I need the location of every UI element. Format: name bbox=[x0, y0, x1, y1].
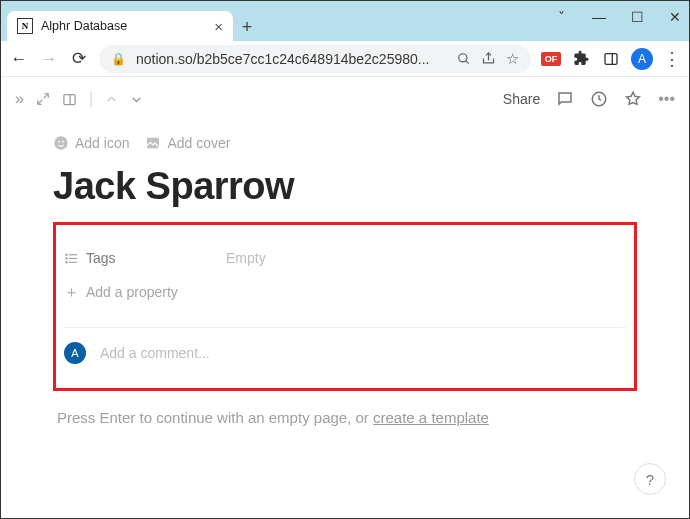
lock-icon: 🔒 bbox=[111, 52, 126, 66]
emoji-icon bbox=[53, 135, 69, 151]
extension-of-icon[interactable]: OF bbox=[541, 52, 561, 66]
comments-icon[interactable] bbox=[556, 90, 574, 108]
topbar-divider: | bbox=[89, 90, 93, 108]
add-property-label: Add a property bbox=[86, 284, 226, 300]
property-value[interactable]: Empty bbox=[226, 250, 266, 266]
search-address-icon[interactable] bbox=[457, 52, 471, 66]
add-icon-label: Add icon bbox=[75, 135, 129, 151]
user-avatar-small: A bbox=[64, 342, 86, 364]
svg-line-1 bbox=[466, 60, 469, 63]
plus-icon: ＋ bbox=[64, 283, 86, 302]
notion-topbar: » | Share ••• bbox=[1, 77, 689, 121]
svg-point-7 bbox=[54, 136, 67, 149]
add-cover-button[interactable]: Add cover bbox=[145, 135, 230, 151]
add-icon-button[interactable]: Add icon bbox=[53, 135, 129, 151]
updates-clock-icon[interactable] bbox=[590, 90, 608, 108]
bookmark-star-icon[interactable]: ☆ bbox=[506, 50, 519, 68]
browser-menu-icon[interactable]: ⋮ bbox=[663, 48, 681, 70]
close-window-icon[interactable]: ✕ bbox=[665, 9, 685, 25]
favorite-star-icon[interactable] bbox=[624, 90, 642, 108]
profile-avatar[interactable]: A bbox=[631, 48, 653, 70]
open-full-icon[interactable] bbox=[36, 92, 50, 106]
prev-page-icon[interactable] bbox=[105, 93, 118, 106]
peek-mode-icon[interactable] bbox=[62, 92, 77, 107]
add-cover-label: Add cover bbox=[167, 135, 230, 151]
page-title[interactable]: Jack Sparrow bbox=[53, 165, 637, 208]
svg-point-9 bbox=[62, 141, 64, 143]
comment-placeholder: Add a comment... bbox=[100, 345, 210, 361]
page-body: Add icon Add cover Jack Sparrow Tags Emp… bbox=[1, 127, 689, 426]
notion-favicon: N bbox=[17, 18, 33, 34]
svg-point-14 bbox=[66, 254, 67, 255]
chevron-down-icon[interactable]: ˅ bbox=[551, 9, 571, 25]
address-bar[interactable]: 🔒 notion.so/b2b5ce7cc1c24c648914be2c2598… bbox=[99, 45, 531, 73]
create-template-link[interactable]: create a template bbox=[373, 409, 489, 426]
browser-toolbar: ← → ⟳ 🔒 notion.so/b2b5ce7cc1c24c648914be… bbox=[1, 41, 689, 77]
tab-title: Alphr Database bbox=[41, 19, 206, 33]
browser-tabstrip: N Alphr Database × + ˅ ― ☐ ✕ bbox=[1, 11, 689, 41]
image-icon bbox=[145, 135, 161, 151]
property-row-tags[interactable]: Tags Empty bbox=[64, 241, 626, 275]
svg-rect-10 bbox=[147, 138, 159, 149]
minimize-icon[interactable]: ― bbox=[589, 9, 609, 25]
share-button[interactable]: Share bbox=[503, 91, 540, 107]
browser-tab[interactable]: N Alphr Database × bbox=[7, 11, 233, 41]
share-page-icon[interactable] bbox=[481, 51, 496, 66]
highlight-annotation: Tags Empty ＋ Add a property A Add a comm… bbox=[53, 222, 637, 391]
expand-sidebar-icon[interactable]: » bbox=[15, 90, 24, 108]
multiselect-icon bbox=[64, 251, 86, 266]
maximize-icon[interactable]: ☐ bbox=[627, 9, 647, 25]
new-tab-button[interactable]: + bbox=[233, 13, 261, 41]
window-controls: ˅ ― ☐ ✕ bbox=[551, 9, 685, 25]
svg-rect-2 bbox=[605, 53, 617, 64]
empty-page-hint: Press Enter to continue with an empty pa… bbox=[53, 409, 637, 426]
add-property-button[interactable]: ＋ Add a property bbox=[64, 275, 626, 309]
svg-point-0 bbox=[459, 53, 467, 61]
help-button[interactable]: ? bbox=[634, 463, 666, 495]
side-panel-icon[interactable] bbox=[601, 49, 621, 69]
reload-icon[interactable]: ⟳ bbox=[69, 48, 89, 69]
hint-text: Press Enter to continue with an empty pa… bbox=[57, 409, 373, 426]
back-icon[interactable]: ← bbox=[9, 49, 29, 69]
property-name: Tags bbox=[86, 250, 226, 266]
next-page-icon[interactable] bbox=[130, 93, 143, 106]
section-divider bbox=[64, 327, 626, 328]
url-text: notion.so/b2b5ce7cc1c24c648914be2c25980.… bbox=[136, 51, 447, 67]
svg-point-15 bbox=[66, 257, 67, 258]
comment-input-row[interactable]: A Add a comment... bbox=[64, 342, 626, 364]
page-menu-icon[interactable]: ••• bbox=[658, 90, 675, 108]
svg-point-8 bbox=[58, 141, 60, 143]
close-tab-icon[interactable]: × bbox=[214, 18, 223, 35]
extensions-puzzle-icon[interactable] bbox=[571, 49, 591, 69]
svg-point-16 bbox=[66, 261, 67, 262]
forward-icon[interactable]: → bbox=[39, 49, 59, 69]
